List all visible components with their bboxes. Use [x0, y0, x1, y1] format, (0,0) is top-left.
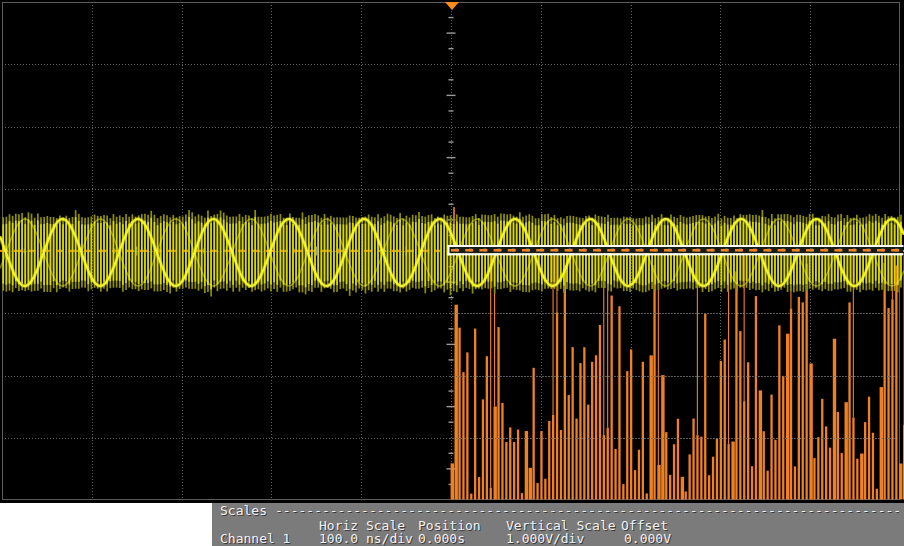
scales-panel: Scales ---------------------------------…: [212, 503, 904, 546]
channel-1-label: Channel 1: [220, 532, 290, 546]
scales-title: Scales: [220, 504, 267, 518]
trigger-position-marker-icon[interactable]: [445, 2, 459, 10]
channel-1-horiz-scale-value: 100.0 ns/div: [319, 532, 413, 546]
oscilloscope-screen: Scales ---------------------------------…: [0, 0, 904, 546]
channel-1-vertical-scale-value: 1.000V/div: [506, 532, 584, 546]
scales-divider: ----------------------------------------…: [275, 504, 899, 518]
bottom-left-blank: [0, 503, 212, 546]
bottom-strip: Scales ---------------------------------…: [0, 503, 904, 546]
channel-1-position-value: 0.000s: [418, 532, 465, 546]
channel-1-offset-value: 0.000V: [624, 532, 671, 546]
scope-graticule-display: [0, 0, 904, 503]
